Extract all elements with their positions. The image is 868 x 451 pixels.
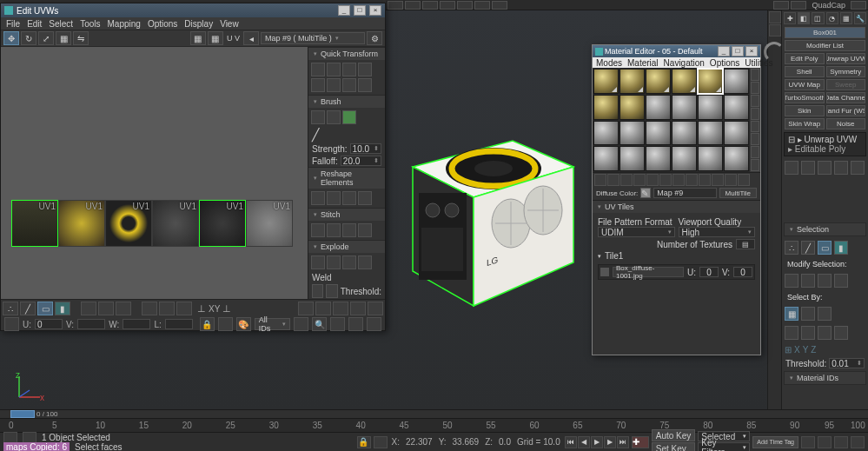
toolbar-btn[interactable] xyxy=(474,1,490,10)
sb-btn[interactable]: ╱ xyxy=(20,302,36,315)
threshold-spinner[interactable]: 0.01 xyxy=(829,358,865,368)
menu-options[interactable]: Options xyxy=(148,19,177,29)
uv-tile[interactable]: UV1 xyxy=(199,200,246,247)
numtex-btn[interactable]: ▤ xyxy=(736,239,755,249)
tile-swatch[interactable] xyxy=(600,268,609,276)
menu-modes[interactable]: Modes xyxy=(596,58,622,68)
material-slot[interactable] xyxy=(672,146,697,171)
qt-btn[interactable] xyxy=(311,63,325,76)
mat-tool[interactable] xyxy=(633,174,646,186)
panel-tab-utils[interactable]: 🔧 xyxy=(854,12,866,24)
toolbar-btn[interactable] xyxy=(388,1,403,10)
explode-btn[interactable] xyxy=(342,255,356,269)
toolbar-btn[interactable] xyxy=(457,1,473,10)
mod-btn[interactable]: Edit Poly xyxy=(785,53,825,64)
stack-btn[interactable] xyxy=(818,161,832,175)
sb-btn[interactable]: ∴ xyxy=(3,302,18,315)
rail-btn[interactable] xyxy=(769,11,781,23)
stitch-btn[interactable] xyxy=(311,223,325,237)
mat-tool[interactable] xyxy=(646,174,659,186)
close-button[interactable]: × xyxy=(745,46,758,56)
uvtiles-rollout[interactable]: UV Tiles xyxy=(593,201,760,213)
mod-btn[interactable]: Sweep xyxy=(826,79,866,90)
selby-btn[interactable]: ▦ xyxy=(785,307,798,321)
material-slot[interactable] xyxy=(698,146,723,171)
material-slot[interactable] xyxy=(620,69,645,94)
sb-btn[interactable] xyxy=(4,317,19,331)
mod-btn[interactable]: Skin Wrap xyxy=(785,118,825,129)
panel-tab-create[interactable]: ✚ xyxy=(784,12,796,24)
sb-btn[interactable] xyxy=(218,317,233,331)
w-field[interactable] xyxy=(123,319,150,329)
stitch-btn[interactable] xyxy=(358,223,372,237)
menu-navigation[interactable]: Navigation xyxy=(664,58,705,68)
material-slot[interactable] xyxy=(646,69,671,94)
qt-btn[interactable] xyxy=(342,63,356,76)
quality-dropdown[interactable]: High xyxy=(679,227,756,237)
explode-header[interactable]: Explode xyxy=(308,240,385,253)
menu-select[interactable]: Select xyxy=(49,19,73,29)
material-slot[interactable] xyxy=(593,69,619,94)
toolbar-btn[interactable] xyxy=(492,1,507,10)
mod-btn[interactable]: air and Fur (WSM xyxy=(826,105,866,116)
material-slot[interactable] xyxy=(593,121,619,146)
sb-btn[interactable] xyxy=(350,302,366,315)
explode-btn[interactable] xyxy=(358,255,372,269)
sb-btn[interactable] xyxy=(348,317,363,331)
menu-mapping[interactable]: Mapping xyxy=(108,19,141,29)
material-slot[interactable] xyxy=(724,69,749,94)
sb-btn[interactable]: 🎨 xyxy=(236,317,251,331)
sb-btn[interactable]: ▮ xyxy=(55,302,70,315)
pattern-dropdown[interactable]: UDIM xyxy=(598,227,675,237)
material-slot[interactable] xyxy=(724,146,749,171)
rotate-tool[interactable]: ↻ xyxy=(21,31,36,45)
mod-btn[interactable]: TurboSmooth xyxy=(785,92,825,103)
mod-btn[interactable]: Unwrap UVW xyxy=(826,53,866,64)
minimize-button[interactable]: _ xyxy=(338,5,350,16)
snap-btn[interactable] xyxy=(374,436,388,448)
tile-filename[interactable]: Box_diffuse-1001.jpg xyxy=(613,267,684,277)
minimize-button[interactable]: _ xyxy=(718,46,730,56)
selby-btn[interactable] xyxy=(785,326,798,340)
mat-tool[interactable] xyxy=(686,174,698,186)
reshape-header[interactable]: Reshape Elements xyxy=(308,167,385,189)
side-btn[interactable] xyxy=(751,146,759,158)
allids-dropdown[interactable]: All IDs xyxy=(255,318,291,330)
key-filters[interactable]: Key Filters... xyxy=(698,442,750,451)
sb-btn[interactable] xyxy=(116,302,131,315)
map-type-button[interactable]: MultiTile xyxy=(719,188,757,198)
nav-btn[interactable] xyxy=(851,436,865,448)
explode-btn[interactable] xyxy=(327,255,341,269)
uv-tile[interactable]: UV1 xyxy=(246,200,293,247)
qt-btn[interactable] xyxy=(327,78,341,92)
mat-tool[interactable] xyxy=(673,174,685,186)
material-slot[interactable] xyxy=(724,95,749,120)
goto-start[interactable]: ⏮ xyxy=(565,436,577,448)
nav-btn[interactable] xyxy=(801,436,815,448)
stack-btn[interactable] xyxy=(785,161,798,175)
menu-utilities[interactable]: Utilities xyxy=(745,58,772,68)
reshape-btn[interactable] xyxy=(327,191,341,205)
map-dropdown[interactable]: Map #9 ( MultiTile ) xyxy=(261,32,365,44)
lock-icon[interactable]: 🔒 xyxy=(357,436,371,448)
uv-tile[interactable]: UV1 xyxy=(152,200,199,247)
material-slot[interactable] xyxy=(593,146,619,171)
material-slot[interactable] xyxy=(698,95,723,120)
sb-btn[interactable] xyxy=(333,302,348,315)
material-slot[interactable] xyxy=(672,69,697,94)
toolbar-btn[interactable] xyxy=(422,1,438,10)
menu-options[interactable]: Options xyxy=(710,58,739,68)
side-btn[interactable] xyxy=(751,133,759,145)
tile-v[interactable]: 0 xyxy=(733,267,752,277)
mat-tool[interactable] xyxy=(738,174,750,186)
panel-tab-motion[interactable]: ◔ xyxy=(826,12,838,24)
mat-tool[interactable] xyxy=(607,174,620,186)
sb-btn[interactable] xyxy=(142,302,157,315)
qt-btn[interactable] xyxy=(311,78,325,92)
menu-view[interactable]: View xyxy=(220,19,239,29)
material-slot[interactable] xyxy=(672,95,697,120)
modsel-btn[interactable] xyxy=(818,274,832,288)
setkey-button[interactable]: Set Key xyxy=(652,442,696,451)
modifier-stack[interactable]: ⊟ ▸ Unwrap UVW ▸ Editable Poly xyxy=(784,132,866,156)
selection-rollout-header[interactable]: Selection xyxy=(784,222,866,236)
